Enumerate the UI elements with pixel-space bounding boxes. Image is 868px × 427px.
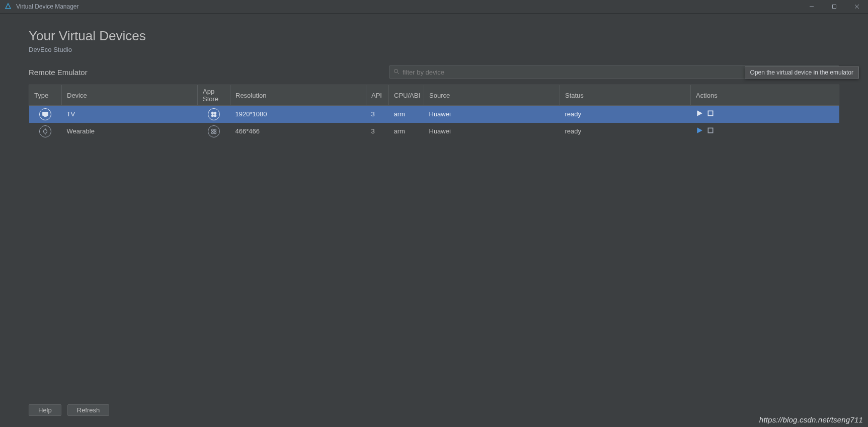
cell-source: Huawei — [424, 106, 560, 123]
wearable-icon — [39, 125, 51, 137]
play-button[interactable] — [696, 110, 703, 118]
help-button[interactable]: Help — [29, 404, 61, 416]
footer-buttons: Help Refresh — [29, 404, 109, 416]
table-header-row: Type Device App Store Resolution API CPU… — [29, 85, 839, 106]
col-cpu[interactable]: CPU/ABI — [389, 85, 424, 106]
table-row[interactable]: TV1920*10803armHuaweiready — [29, 106, 839, 123]
cell-device: TV — [62, 106, 198, 123]
svg-point-18 — [211, 131, 213, 133]
play-tooltip: Open the virtual device in the emulator — [745, 66, 859, 79]
section-label: Remote Emulator — [29, 68, 88, 77]
cell-api: 3 — [366, 123, 389, 140]
col-actions[interactable]: Actions — [691, 85, 839, 106]
cell-device: Wearable — [62, 123, 198, 140]
page-subtitle: DevEco Studio — [29, 46, 839, 53]
cell-api: 3 — [366, 106, 389, 123]
svg-point-11 — [214, 114, 216, 116]
titlebar: Virtual Device Manager — [0, 0, 868, 14]
cell-resolution: 466*466 — [230, 123, 366, 140]
app-logo-icon — [4, 3, 12, 11]
minimize-button[interactable] — [800, 0, 823, 14]
cell-status: ready — [560, 106, 691, 123]
cell-cpu: arm — [389, 106, 424, 123]
tv-icon — [39, 108, 51, 120]
device-table: Type Device App Store Resolution API CPU… — [29, 85, 839, 140]
col-appstore[interactable]: App Store — [198, 85, 230, 106]
col-api[interactable]: API — [366, 85, 389, 106]
stop-button[interactable] — [707, 127, 714, 135]
svg-point-10 — [211, 114, 213, 116]
svg-point-13 — [44, 129, 47, 133]
stop-button[interactable] — [707, 110, 714, 118]
col-source[interactable]: Source — [424, 85, 560, 106]
content-area: Your Virtual Devices DevEco Studio Remot… — [0, 14, 868, 427]
appstore-icon — [208, 125, 220, 137]
cell-source: Huawei — [424, 123, 560, 140]
table-row[interactable]: Wearable466*4663armHuaweiready — [29, 123, 839, 140]
cell-resolution: 1920*1080 — [230, 106, 366, 123]
svg-rect-12 — [708, 111, 713, 116]
search-icon — [393, 68, 400, 76]
svg-line-5 — [398, 73, 399, 74]
watermark: https://blog.csdn.net/tseng711 — [759, 415, 863, 424]
close-button[interactable] — [845, 0, 868, 14]
cell-cpu: arm — [389, 123, 424, 140]
play-button[interactable] — [696, 127, 703, 135]
svg-point-16 — [211, 129, 213, 131]
svg-rect-1 — [832, 5, 836, 9]
maximize-button[interactable] — [823, 0, 845, 14]
svg-rect-20 — [708, 128, 713, 132]
window-title: Virtual Device Manager — [16, 3, 79, 10]
col-type[interactable]: Type — [29, 85, 62, 106]
col-status[interactable]: Status — [560, 85, 691, 106]
col-device[interactable]: Device — [62, 85, 198, 106]
svg-point-8 — [211, 112, 213, 114]
refresh-button[interactable]: Refresh — [67, 404, 110, 416]
page-title: Your Virtual Devices — [29, 28, 839, 44]
cell-status: ready — [560, 123, 691, 140]
svg-rect-6 — [43, 112, 48, 115]
svg-point-17 — [214, 129, 216, 131]
svg-point-4 — [394, 69, 398, 73]
appstore-icon — [208, 108, 220, 120]
col-resolution[interactable]: Resolution — [230, 85, 366, 106]
svg-point-9 — [214, 112, 216, 114]
svg-point-19 — [214, 131, 216, 133]
